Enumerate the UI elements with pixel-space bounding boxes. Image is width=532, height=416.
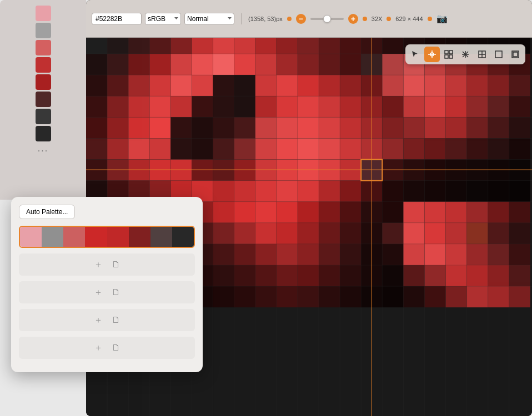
- more-dots[interactable]: ···: [38, 146, 48, 156]
- svg-rect-184: [382, 202, 403, 223]
- svg-rect-146: [467, 160, 488, 181]
- svg-rect-262: [255, 286, 277, 307]
- zoom-dot: [363, 17, 367, 21]
- empty-palette-row-3[interactable]: ＋ 🗋: [19, 309, 195, 331]
- svg-rect-198: [234, 223, 255, 244]
- sidebar-palette: ···: [0, 0, 86, 200]
- svg-rect-101: [424, 117, 445, 138]
- svg-rect-51: [255, 75, 277, 96]
- color-input-group: sRGB P3 Normal Multiply Screen: [92, 13, 234, 25]
- svg-rect-50: [234, 75, 255, 96]
- svg-rect-176: [213, 202, 234, 223]
- svg-rect-161: [340, 181, 361, 202]
- tools-overlay: [405, 44, 525, 64]
- zoom-in-button[interactable]: +: [348, 14, 358, 24]
- empty-palette-row-1[interactable]: ＋ 🗋: [19, 253, 195, 276]
- palette-color-7[interactable]: [172, 227, 194, 247]
- svg-rect-183: [361, 202, 382, 223]
- palette-swatch-6[interactable]: [36, 109, 51, 124]
- svg-rect-55: [340, 75, 361, 96]
- svg-rect-77: [361, 96, 382, 117]
- cursor-tool-button[interactable]: [408, 47, 423, 62]
- palette-swatch-1[interactable]: [36, 23, 51, 38]
- svg-rect-86: [107, 117, 128, 138]
- asterisk-tool-button[interactable]: [458, 47, 473, 62]
- empty-palette-row-2[interactable]: ＋ 🗋: [19, 281, 195, 303]
- svg-rect-14: [361, 38, 382, 54]
- svg-rect-116: [298, 138, 319, 159]
- palette-swatch-2[interactable]: [36, 40, 51, 55]
- empty-palette-row-4[interactable]: ＋ 🗋: [19, 337, 195, 359]
- crosshair-tool-button[interactable]: [424, 47, 440, 62]
- svg-rect-71: [234, 96, 255, 117]
- svg-rect-205: [382, 223, 403, 244]
- svg-rect-70: [213, 96, 234, 117]
- grid-tool-button[interactable]: [441, 47, 456, 62]
- toolbar-divider: [241, 13, 242, 24]
- palette-swatch-3[interactable]: [36, 57, 51, 73]
- svg-rect-57: [382, 75, 403, 96]
- palette-color-2[interactable]: [63, 227, 85, 247]
- palette-color-1[interactable]: [42, 227, 63, 247]
- svg-rect-110: [170, 138, 192, 159]
- blend-mode-select[interactable]: Normal Multiply Screen: [184, 13, 234, 25]
- svg-rect-67: [149, 96, 170, 117]
- svg-rect-130: [149, 160, 170, 181]
- svg-rect-49: [213, 75, 234, 96]
- svg-rect-25: [149, 54, 170, 75]
- svg-rect-210: [488, 223, 509, 244]
- svg-rect-186: [424, 202, 445, 223]
- palette-swatch-4[interactable]: [36, 74, 51, 90]
- layers-tool-button[interactable]: [508, 47, 523, 62]
- svg-rect-113: [234, 138, 255, 159]
- svg-rect-48: [192, 75, 213, 96]
- svg-rect-65: [107, 96, 128, 117]
- palette-swatch-5[interactable]: [36, 92, 51, 107]
- svg-rect-115: [277, 138, 298, 159]
- svg-rect-261: [234, 286, 255, 307]
- active-palette-row[interactable]: [19, 226, 195, 248]
- zoom-out-button[interactable]: −: [296, 14, 306, 24]
- palette-color-0[interactable]: [20, 227, 42, 247]
- svg-rect-28: [213, 54, 234, 75]
- zoom-slider[interactable]: [310, 18, 344, 20]
- svg-rect-4: [149, 38, 170, 54]
- svg-rect-162: [361, 181, 382, 202]
- svg-rect-266: [340, 286, 361, 307]
- svg-rect-157: [255, 181, 277, 202]
- file-palette-icon-1: 🗋: [112, 260, 121, 270]
- palette-color-4[interactable]: [107, 227, 129, 247]
- expand-tool-button[interactable]: [491, 47, 506, 62]
- svg-rect-220: [255, 244, 277, 265]
- rect-tool-button[interactable]: [474, 47, 490, 62]
- svg-rect-223: [319, 244, 340, 265]
- palette-color-6[interactable]: [150, 227, 172, 247]
- color-space-select[interactable]: sRGB P3: [145, 13, 181, 25]
- svg-rect-126: [509, 138, 530, 159]
- hex-input[interactable]: [92, 13, 142, 25]
- auto-palette-button[interactable]: Auto Palette...: [19, 205, 75, 219]
- svg-rect-135: [255, 160, 277, 181]
- dimensions-text: 629 × 444: [395, 16, 423, 22]
- svg-rect-80: [424, 96, 445, 117]
- svg-rect-206: [403, 223, 424, 244]
- svg-rect-267: [361, 286, 382, 307]
- svg-rect-60: [446, 75, 467, 96]
- svg-rect-274: [509, 286, 530, 307]
- cam-dot: [428, 17, 432, 21]
- svg-rect-228: [424, 244, 445, 265]
- svg-rect-156: [234, 181, 255, 202]
- svg-rect-168: [488, 181, 509, 202]
- palette-color-5[interactable]: [129, 227, 150, 247]
- add-palette-icon-3: ＋: [94, 314, 103, 326]
- svg-rect-252: [488, 265, 509, 286]
- camera-button[interactable]: 📷: [436, 13, 448, 24]
- svg-rect-177: [234, 202, 255, 223]
- svg-rect-311: [449, 50, 453, 54]
- svg-rect-69: [192, 96, 213, 117]
- svg-rect-142: [382, 160, 403, 181]
- svg-rect-125: [488, 138, 509, 159]
- palette-color-3[interactable]: [85, 227, 107, 247]
- palette-swatch-0[interactable]: [36, 6, 51, 21]
- palette-swatch-7[interactable]: [36, 126, 51, 141]
